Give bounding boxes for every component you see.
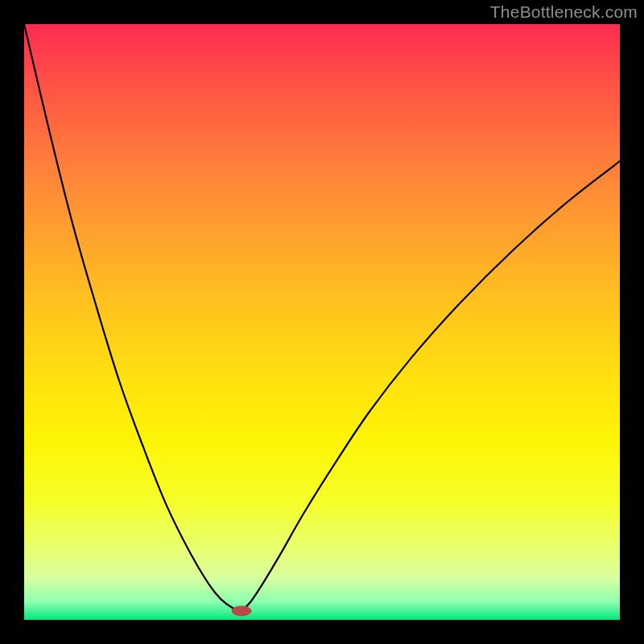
curve-right-branch	[242, 161, 620, 611]
minimum-marker	[232, 606, 251, 616]
plot-area	[24, 24, 620, 620]
chart-svg	[24, 24, 620, 620]
watermark-text: TheBottleneck.com	[490, 2, 638, 22]
chart-frame: TheBottleneck.com	[0, 0, 644, 644]
curve-left-branch	[24, 24, 242, 611]
